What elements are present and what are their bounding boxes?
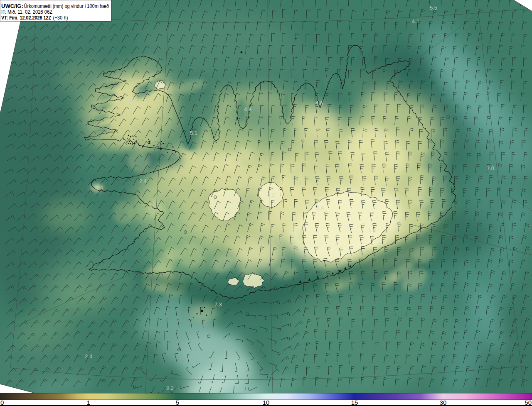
svg-text:2.4: 2.4 xyxy=(126,98,134,104)
svg-text:5: 5 xyxy=(176,399,179,406)
svg-text:30: 30 xyxy=(440,399,447,406)
svg-text:(+30 h): (+30 h) xyxy=(53,15,68,21)
svg-text:0: 0 xyxy=(0,399,4,406)
svg-text:2.4: 2.4 xyxy=(85,353,92,360)
svg-text:2.4: 2.4 xyxy=(139,178,147,184)
svg-text:1.0: 1.0 xyxy=(368,227,376,233)
svg-text:1.1: 1.1 xyxy=(267,192,275,198)
svg-text:7.0: 7.0 xyxy=(487,165,494,171)
svg-text:5.1: 5.1 xyxy=(190,130,197,136)
svg-text:0.9: 0.9 xyxy=(316,205,324,211)
svg-text:7.3: 7.3 xyxy=(214,301,222,308)
svg-text:4.6: 4.6 xyxy=(315,100,323,106)
svg-text:VT: Fim. 12.02.2026 12Z: VT: Fim. 12.02.2026 12Z xyxy=(1,15,51,21)
svg-text:Úrkomumætti (mm) og vindur i 1: Úrkomumætti (mm) og vindur i 100m hæð xyxy=(24,3,109,9)
svg-text:2.1: 2.1 xyxy=(96,185,103,191)
svg-text:5.5: 5.5 xyxy=(430,5,437,11)
svg-text:UWC/IG:: UWC/IG: xyxy=(1,3,23,9)
svg-text:4.1: 4.1 xyxy=(412,18,419,24)
svg-text:4.8: 4.8 xyxy=(244,106,251,113)
svg-text:IT: Mið. 11. 02. 2026 06Z: IT: Mið. 11. 02. 2026 06Z xyxy=(1,9,52,15)
svg-text:1: 1 xyxy=(87,399,90,406)
svg-text:9.2: 9.2 xyxy=(166,385,174,391)
svg-text:50: 50 xyxy=(525,399,532,406)
svg-text:10: 10 xyxy=(263,399,270,406)
svg-text:15: 15 xyxy=(351,399,358,406)
svg-text:2.0: 2.0 xyxy=(377,132,384,138)
